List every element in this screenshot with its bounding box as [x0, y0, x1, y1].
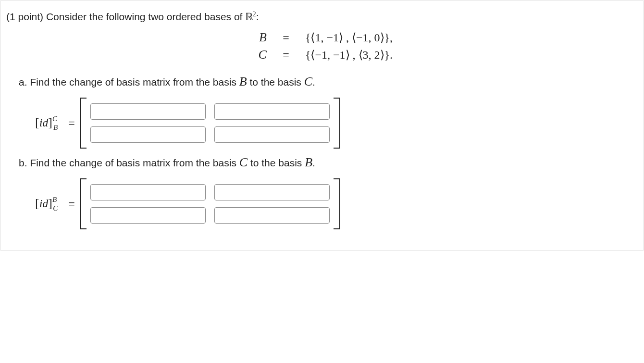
basis-definitions: B = {⟨1, −1⟩ , ⟨−1, 0⟩}, C = {⟨−1, −1⟩ ,… [6, 30, 635, 65]
basis-C-value: {⟨−1, −1⟩ , ⟨3, 2⟩}. [305, 48, 393, 62]
equals-sign: = [68, 117, 75, 130]
matrix-b [80, 178, 340, 229]
right-bracket-icon [334, 178, 340, 229]
matrix-a-r1c1-input[interactable] [90, 103, 206, 120]
equals-sign: = [68, 198, 75, 211]
left-bracket-icon [80, 178, 87, 229]
matrix-a-r2c1-input[interactable] [90, 126, 206, 143]
intro-text: (1 point) Consider the following two ord… [6, 9, 635, 24]
equals-sign: = [278, 49, 302, 62]
left-bracket-icon [80, 98, 87, 149]
id-label-b: [id]BC [35, 196, 62, 212]
id-label-a: [id]CB [35, 115, 62, 131]
right-bracket-icon [334, 98, 340, 149]
points-label: (1 point) [6, 11, 46, 22]
matrix-a-r1c2-input[interactable] [214, 103, 330, 120]
matrix-a-r2c2-input[interactable] [214, 126, 330, 143]
matrix-a [80, 98, 340, 149]
colon: : [256, 11, 259, 22]
matrix-b-r2c1-input[interactable] [90, 207, 206, 224]
basis-B-symbol: B [259, 30, 267, 44]
part-b-answer: [id]BC = [35, 178, 635, 229]
matrix-b-r1c1-input[interactable] [90, 184, 206, 200]
part-a-answer: [id]CB = [35, 98, 635, 149]
part-a-prompt: a. Find the change of basis matrix from … [19, 75, 635, 89]
basis-C-symbol: C [259, 48, 267, 62]
equals-sign: = [278, 31, 302, 44]
matrix-b-r2c2-input[interactable] [214, 207, 330, 224]
matrix-b-r1c2-input[interactable] [214, 184, 330, 200]
problem-container: (1 point) Consider the following two ord… [0, 0, 644, 251]
space-symbol: ℝ2 [245, 11, 256, 23]
part-b-prompt: b. Find the change of basis matrix from … [19, 155, 635, 170]
lead-text: Consider the following two ordered bases… [46, 11, 245, 22]
basis-B-value: {⟨1, −1⟩ , ⟨−1, 0⟩}, [305, 31, 393, 44]
